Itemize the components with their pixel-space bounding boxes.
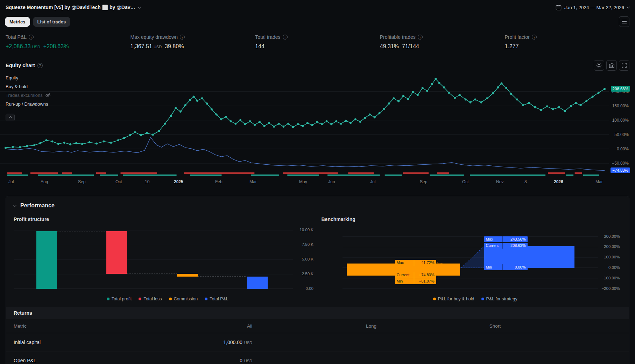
help-icon[interactable]: ? xyxy=(37,63,43,68)
equity-point xyxy=(350,122,352,124)
equity-point xyxy=(393,97,395,99)
equity-point xyxy=(388,102,390,105)
performance-section-toggle[interactable]: Performance xyxy=(6,196,629,209)
returns-section-header: Returns xyxy=(6,307,629,319)
x-axis-tick: 2026 xyxy=(554,179,563,184)
equity-point xyxy=(364,117,366,119)
equity-point xyxy=(426,90,428,92)
metric-value: +2,086.33 xyxy=(6,43,31,50)
equity-point xyxy=(359,121,361,123)
runup-segment xyxy=(190,174,222,176)
y-axis-tick: 10.00 K xyxy=(287,228,313,232)
equity-point xyxy=(45,139,47,141)
metric-label: Profitable trades xyxy=(380,34,416,40)
equity-point xyxy=(69,143,71,145)
equity-point xyxy=(480,101,482,104)
equity-point xyxy=(206,102,208,105)
equity-point xyxy=(170,115,172,117)
equity-point xyxy=(140,134,142,136)
report-layout-button[interactable] xyxy=(619,16,629,27)
tab-metrics[interactable]: Metrics xyxy=(5,17,30,27)
profit-structure-title: Profit structure xyxy=(14,216,322,223)
x-axis-tick: 8 xyxy=(524,179,527,184)
equity-point xyxy=(244,123,246,125)
collapse-chart-button[interactable] xyxy=(6,114,15,121)
row-unit: USD xyxy=(244,359,252,363)
metric-label: Total P&L xyxy=(6,34,27,40)
x-axis-tick: Sep xyxy=(78,179,85,184)
equity-point xyxy=(438,82,440,84)
equity-point xyxy=(273,126,275,128)
strategy-title-dropdown[interactable]: Squeeze Momentum [v5] by @DavidTech ⬜ by… xyxy=(6,5,141,10)
chevron-up-icon xyxy=(8,116,12,120)
bar-total-p-l xyxy=(247,277,268,289)
info-icon[interactable]: i xyxy=(29,35,34,40)
returns-table-header: Metric All Long Short xyxy=(6,319,629,333)
metric-label: Max equity drawdown xyxy=(130,34,178,40)
equity-point xyxy=(259,121,261,123)
equity-legend: Equity Buy & hold Trades excursions Run-… xyxy=(6,76,51,121)
info-icon[interactable]: i xyxy=(532,35,537,40)
y-axis-tick: 7.50 K xyxy=(287,242,313,247)
legend-item[interactable]: Commission xyxy=(169,296,198,302)
equity-point xyxy=(431,83,433,85)
row-unit: USD xyxy=(244,341,252,345)
info-icon[interactable]: i xyxy=(283,35,288,40)
fullscreen-button[interactable] xyxy=(619,60,629,71)
runup-segment xyxy=(430,174,464,176)
equity-point xyxy=(474,99,476,101)
runup-segment xyxy=(123,174,177,176)
info-icon[interactable]: i xyxy=(418,35,423,40)
tab-list-of-trades[interactable]: List of trades xyxy=(33,17,71,27)
x-axis-tick: Oct xyxy=(462,179,469,184)
drawdown-segment xyxy=(7,172,22,174)
equity-point xyxy=(230,120,232,122)
equity-chart-canvas[interactable]: Equity Buy & hold Trades excursions Run-… xyxy=(0,71,635,188)
drawdown-segment xyxy=(121,172,157,174)
equity-point xyxy=(282,126,284,128)
legend-trades-excursions[interactable]: Trades excursions xyxy=(6,93,51,98)
legend-equity[interactable]: Equity xyxy=(6,76,51,80)
x-axis-tick: May xyxy=(299,179,307,184)
equity-point xyxy=(330,123,332,125)
legend-runup-drawdowns[interactable]: Run-up / Drawdowns xyxy=(6,102,51,106)
legend-buy-hold[interactable]: Buy & hold xyxy=(6,84,51,89)
legend-item[interactable]: P&L for strategy xyxy=(481,296,517,302)
equity-point xyxy=(402,95,404,97)
runup-segment xyxy=(470,174,545,176)
x-axis-tick: Sep xyxy=(420,179,427,184)
settings-button[interactable] xyxy=(594,60,604,71)
runup-segment xyxy=(385,174,402,176)
y-axis-tick: 0.00% xyxy=(594,265,620,270)
legend-item[interactable]: Total profit xyxy=(107,296,132,302)
date-range-label: Jan 1, 2024 — Mar 22, 2026 xyxy=(564,5,624,10)
y-axis-tick: 2.50 K xyxy=(287,272,313,276)
y-axis-tick: 300.00% xyxy=(594,234,620,238)
equity-point xyxy=(211,108,213,110)
legend-item[interactable]: Total P&L xyxy=(205,296,228,302)
gear-icon xyxy=(596,63,602,68)
info-icon[interactable]: i xyxy=(180,35,185,40)
legend-item[interactable]: P&L for buy & hold xyxy=(433,296,474,302)
performance-panel: Performance Profit structure 10.00 K7.50… xyxy=(6,196,629,364)
metrics-summary: Total P&Li +2,086.33USD+208.63% Max equi… xyxy=(0,29,635,56)
equity-point xyxy=(486,97,488,99)
col-long: Long xyxy=(252,323,376,329)
metric-value: 144 xyxy=(255,43,264,50)
screenshot-button[interactable] xyxy=(606,60,617,71)
calendar-icon xyxy=(556,5,562,10)
metric-extra: 71/144 xyxy=(402,43,419,50)
equity-point xyxy=(397,100,400,102)
profit-structure-chart[interactable]: 10.00 K7.50 K5.00 K2.50 K0.00 xyxy=(14,224,322,294)
date-range-picker[interactable]: Jan 1, 2024 — Mar 22, 2026 xyxy=(556,5,629,10)
equity-point xyxy=(443,86,445,88)
legend-item[interactable]: Total loss xyxy=(139,296,162,302)
equity-point xyxy=(26,145,28,147)
equity-point xyxy=(254,124,256,126)
runup-segment xyxy=(38,174,94,176)
benchmarking-chart[interactable]: Max41.72%Current−74.83%Min−81.07%Max243.… xyxy=(322,224,629,294)
equity-point xyxy=(570,105,572,107)
equity-point xyxy=(225,116,227,118)
equity-point xyxy=(412,91,414,93)
equity-point xyxy=(540,109,542,111)
